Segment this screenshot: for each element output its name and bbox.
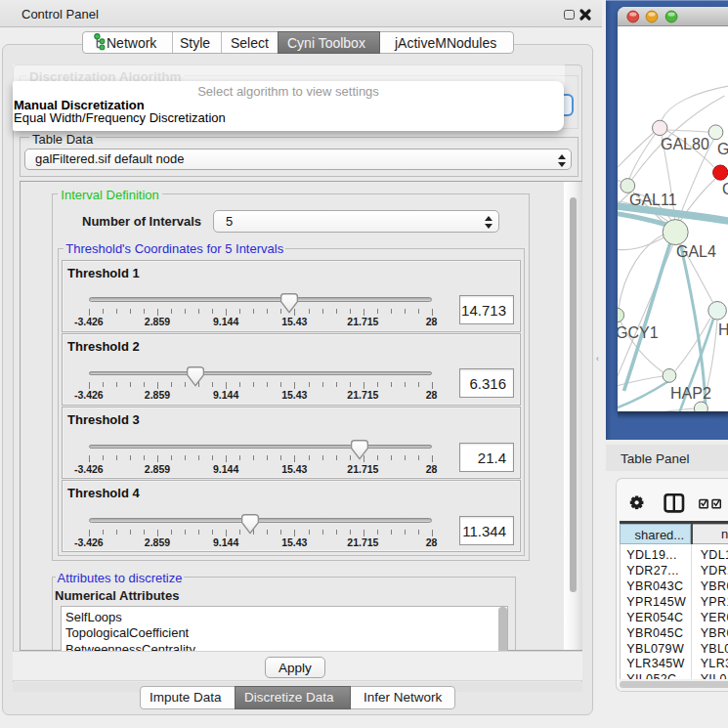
svg-text:GAL11: GAL11 [629, 192, 677, 208]
svg-text:GAL4: GAL4 [676, 243, 716, 260]
svg-text:GCY1: GCY1 [618, 324, 659, 341]
svg-text:GAL80: GAL80 [661, 136, 709, 152]
svg-text:C: C [722, 181, 728, 197]
svg-text:H: H [718, 321, 728, 338]
svg-text:HAP2: HAP2 [670, 385, 711, 402]
svg-text:GA: GA [717, 141, 728, 157]
